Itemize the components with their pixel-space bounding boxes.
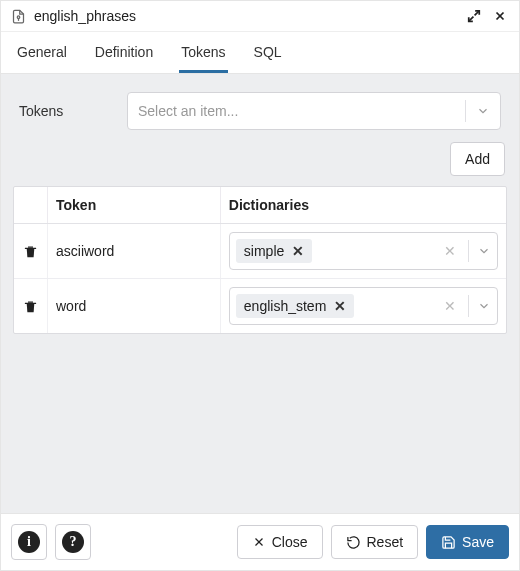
col-dictionaries: Dictionaries bbox=[221, 187, 506, 223]
table-row: word english_stem ✕ ✕ bbox=[14, 279, 506, 333]
close-x-icon bbox=[252, 535, 266, 549]
tokens-select[interactable]: Select an item... bbox=[127, 92, 501, 130]
save-button[interactable]: Save bbox=[426, 525, 509, 559]
chevron-down-icon[interactable] bbox=[468, 240, 491, 262]
close-button[interactable]: Close bbox=[237, 525, 323, 559]
close-label: Close bbox=[272, 534, 308, 550]
trash-icon bbox=[23, 244, 38, 259]
tokens-select-row: Tokens Select an item... bbox=[7, 80, 513, 142]
dictionary-chip: simple ✕ bbox=[236, 239, 312, 263]
tab-definition[interactable]: Definition bbox=[93, 40, 155, 73]
titlebar: english_phrases bbox=[1, 1, 519, 32]
info-button[interactable]: i bbox=[11, 524, 47, 560]
chip-label: english_stem bbox=[244, 298, 327, 314]
chip-remove-icon[interactable]: ✕ bbox=[334, 298, 346, 314]
tab-sql[interactable]: SQL bbox=[252, 40, 284, 73]
delete-row-button[interactable] bbox=[14, 224, 48, 278]
window-title: english_phrases bbox=[34, 8, 136, 24]
dictionary-chip: english_stem ✕ bbox=[236, 294, 355, 318]
tokens-table: Token Dictionaries asciiword simple ✕ ✕ bbox=[13, 186, 507, 334]
tabbar: General Definition Tokens SQL bbox=[1, 32, 519, 74]
reset-label: Reset bbox=[367, 534, 404, 550]
dictionaries-select[interactable]: simple ✕ ✕ bbox=[229, 232, 498, 270]
save-label: Save bbox=[462, 534, 494, 550]
tab-general[interactable]: General bbox=[15, 40, 69, 73]
chip-label: simple bbox=[244, 243, 284, 259]
close-icon[interactable] bbox=[491, 7, 509, 25]
tokens-label: Tokens bbox=[19, 103, 109, 119]
footer: i ? Close Reset Save bbox=[1, 513, 519, 570]
trash-icon bbox=[23, 299, 38, 314]
token-cell: word bbox=[48, 279, 221, 333]
expand-icon[interactable] bbox=[465, 7, 483, 25]
info-icon: i bbox=[18, 531, 40, 553]
add-button[interactable]: Add bbox=[450, 142, 505, 176]
token-cell: asciiword bbox=[48, 224, 221, 278]
tab-tokens[interactable]: Tokens bbox=[179, 40, 227, 73]
save-icon bbox=[441, 535, 456, 550]
content-area: Tokens Select an item... Add Token Dicti… bbox=[1, 74, 519, 513]
chip-remove-icon[interactable]: ✕ bbox=[292, 243, 304, 259]
help-button[interactable]: ? bbox=[55, 524, 91, 560]
clear-icon[interactable]: ✕ bbox=[436, 298, 464, 314]
reset-button[interactable]: Reset bbox=[331, 525, 419, 559]
dictionaries-select[interactable]: english_stem ✕ ✕ bbox=[229, 287, 498, 325]
help-icon: ? bbox=[62, 531, 84, 553]
chevron-down-icon bbox=[465, 100, 490, 122]
clear-icon[interactable]: ✕ bbox=[436, 243, 464, 259]
chevron-down-icon[interactable] bbox=[468, 295, 491, 317]
delete-row-button[interactable] bbox=[14, 279, 48, 333]
document-icon bbox=[11, 9, 26, 24]
reset-icon bbox=[346, 535, 361, 550]
table-row: asciiword simple ✕ ✕ bbox=[14, 224, 506, 279]
col-token: Token bbox=[48, 187, 221, 223]
tokens-select-placeholder: Select an item... bbox=[138, 103, 238, 119]
